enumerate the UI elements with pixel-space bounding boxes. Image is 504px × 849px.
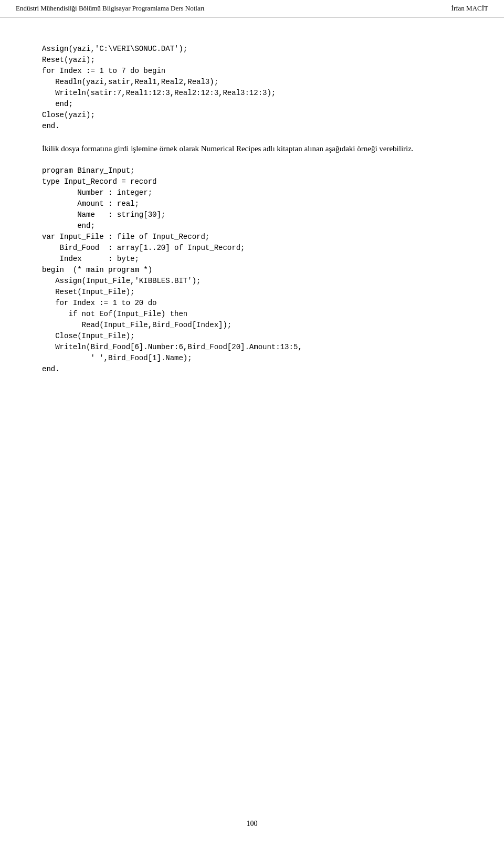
header-title-right: İrfan MACİT — [452, 4, 488, 13]
header-title-left: Endüstri Mühendisliği Bölümü Bilgisayar … — [16, 4, 205, 13]
paragraph-description: İkilik dosya formatına girdi işlemine ör… — [42, 142, 472, 155]
page-content: Assign(yazi,'C:\VERI\SONUC.DAT'); Reset(… — [0, 17, 504, 406]
page-header: Endüstri Mühendisliği Bölümü Bilgisayar … — [0, 0, 504, 17]
page-footer: 100 — [0, 809, 504, 838]
code-block-2: program Binary_Input; type Input_Record … — [42, 165, 472, 375]
page-number: 100 — [247, 820, 258, 827]
page-container: Endüstri Mühendisliği Bölümü Bilgisayar … — [0, 0, 504, 849]
code-block-1: Assign(yazi,'C:\VERI\SONUC.DAT'); Reset(… — [42, 44, 472, 132]
